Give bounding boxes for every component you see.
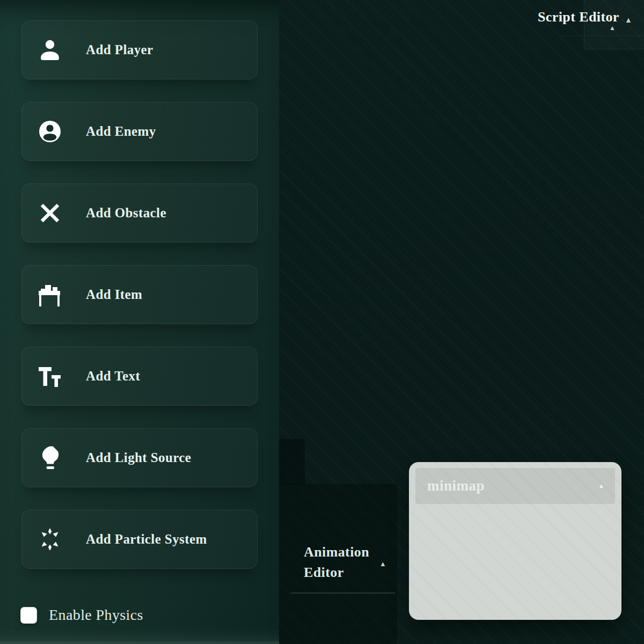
script-editor-collapse-icon[interactable]: ▲ — [625, 17, 632, 24]
enable-physics-row[interactable]: Enable Physics — [20, 606, 143, 624]
add-light-source-label: Add Light Source — [86, 450, 191, 465]
animation-editor-collapse-icon[interactable]: ▲ — [379, 560, 386, 567]
animation-editor-panel-divider — [291, 592, 396, 594]
person-circle-icon — [38, 119, 62, 144]
script-editor-panel-divider — [561, 35, 644, 36]
tools-sidebar: Add Player Add Enemy Add Obstacle — [0, 0, 279, 644]
add-particle-system-label: Add Particle System — [86, 532, 207, 547]
add-particle-system-button[interactable]: Add Particle System — [21, 510, 258, 569]
script-editor-toggle[interactable]: Script Editor — [538, 9, 619, 25]
add-enemy-label: Add Enemy — [86, 124, 156, 139]
add-item-label: Add Item — [86, 287, 142, 302]
animation-editor-panel-step — [279, 439, 305, 485]
game-editor-canvas: Script Editor ▲ ▲ Animation Editor ▲ min… — [0, 0, 644, 644]
item-crate-icon — [38, 282, 62, 308]
add-light-source-button[interactable]: Add Light Source — [21, 428, 258, 487]
enable-physics-checkbox[interactable] — [20, 607, 37, 624]
add-text-button[interactable]: Add Text — [21, 347, 258, 406]
particle-burst-icon — [38, 526, 62, 552]
add-text-label: Add Text — [86, 369, 140, 384]
add-obstacle-label: Add Obstacle — [86, 206, 166, 221]
minimap-collapse-icon[interactable]: ▲ — [598, 483, 604, 489]
add-enemy-button[interactable]: Add Enemy — [21, 102, 258, 161]
typography-icon — [38, 363, 62, 389]
close-x-icon — [38, 200, 62, 226]
minimap-header[interactable]: minimap ▲ — [415, 468, 615, 504]
add-player-label: Add Player — [86, 42, 153, 57]
animation-editor-title-line2: Editor — [304, 562, 369, 583]
minimap-title: minimap — [427, 478, 485, 494]
add-player-button[interactable]: Add Player — [21, 20, 258, 79]
person-icon — [38, 37, 62, 63]
lightbulb-icon — [38, 445, 62, 471]
add-obstacle-button[interactable]: Add Obstacle — [21, 184, 258, 243]
sidebar-bottom-highlight — [0, 641, 279, 644]
add-item-button[interactable]: Add Item — [21, 265, 258, 324]
script-editor-secondary-collapse-icon[interactable]: ▲ — [609, 25, 616, 31]
minimap-panel: minimap ▲ — [409, 462, 621, 620]
animation-editor-title-line1: Animation — [304, 542, 369, 562]
enable-physics-label: Enable Physics — [49, 606, 143, 624]
animation-editor-toggle[interactable]: Animation Editor — [304, 542, 369, 583]
